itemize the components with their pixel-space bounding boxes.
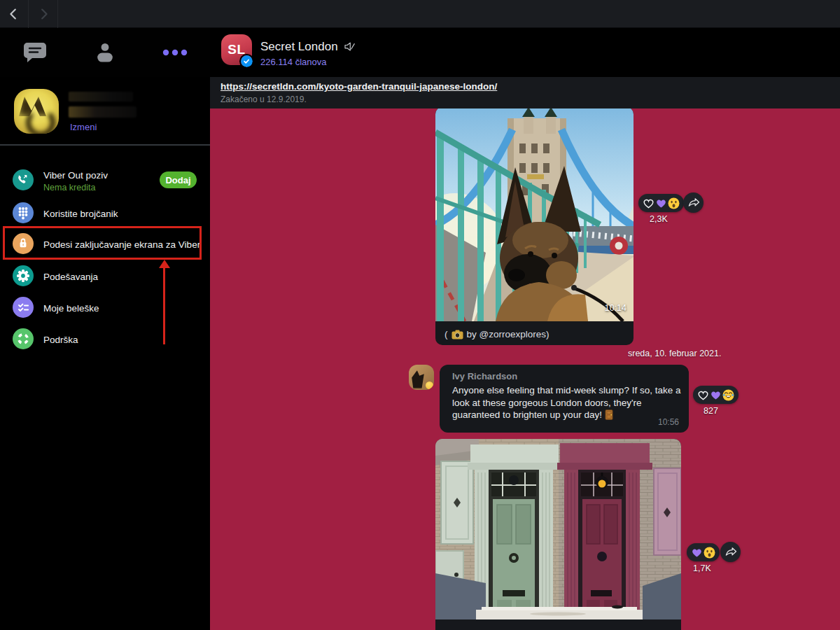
user-avatar[interactable] (14, 89, 59, 134)
more-tab-icon (162, 49, 188, 56)
muted-icon (343, 41, 356, 53)
london-doors-photo[interactable] (435, 439, 681, 620)
message-line: look at these gorgeous London doors, the… (452, 397, 680, 410)
menu-item-dialpad[interactable]: Koristite brojčanik (0, 201, 210, 226)
heart-outline-icon (643, 197, 654, 209)
astonished-icon (704, 547, 715, 559)
menu-label: Koristite brojčanik (43, 209, 118, 219)
message-line: guaranteed to brighten up your day! (452, 409, 602, 421)
purple-heart-icon (655, 197, 667, 209)
channel-avatar-initials: SL (227, 42, 245, 57)
pinned-note: Zakačeno u 12.9.2019. (220, 94, 307, 104)
pinned-message-bar[interactable]: https://secretldn.com/kyoto-garden-tranq… (210, 77, 840, 108)
support-icon (13, 328, 34, 349)
reaction-count: 827 (704, 406, 718, 416)
sidebar-tabbar (0, 28, 210, 77)
verified-badge-icon (241, 55, 253, 67)
camera-icon (451, 330, 463, 340)
chat-members-count: 226.114 članova (260, 57, 326, 67)
message-dog-photo[interactable]: 10:14 ( by @zorroexplores) (435, 108, 634, 345)
top-navigation-bar (0, 0, 840, 28)
photo-caption: ( by @zorroexplores) (444, 329, 550, 340)
menu-label: Podešavanja (43, 272, 98, 282)
heart-outline-icon (697, 389, 709, 401)
reaction-count: 1,7K (693, 564, 711, 573)
add-credit-button[interactable]: Dodaj (160, 172, 197, 188)
date-divider: sreda, 10. februar 2021. (628, 349, 721, 358)
message-text[interactable]: Ivy Richardson Anyone else feeling that … (440, 365, 689, 433)
joy-icon (722, 389, 734, 401)
viber-out-call-icon (13, 169, 34, 190)
chat-message-area: 10:14 ( by @zorroexplores) (210, 108, 840, 630)
astonished-icon (668, 197, 680, 209)
menu-label: Moje beleške (43, 303, 99, 314)
annotation-arrow-line (163, 267, 165, 344)
message-body: Anyone else feeling that mid-week slump?… (452, 384, 680, 421)
forward-button[interactable] (29, 0, 58, 28)
user-name-redacted (69, 92, 133, 102)
chat-header[interactable]: SL Secret London 226.114 članova (210, 28, 840, 77)
chat-title: Secret London (260, 40, 338, 54)
menu-item-support[interactable]: Podrška (0, 327, 210, 352)
menu-item-my-notes[interactable]: Moje beleške (0, 295, 210, 321)
share-button[interactable] (720, 542, 741, 562)
reactions-pill[interactable] (693, 386, 738, 404)
chats-tab-icon (23, 41, 47, 64)
menu-item-viber-out[interactable]: Viber Out poziv Nema kredita Dodaj (0, 168, 210, 193)
caption-text: by @zorroexplores) (467, 329, 550, 340)
purple-heart-icon (710, 389, 722, 401)
menu-label: Podrška (43, 335, 78, 345)
message-time: 10:14 (605, 303, 626, 313)
menu-label: Viber Out poziv (43, 170, 108, 181)
viber-app-window: Izmeni Viber Out poziv Nema kredita Doda… (0, 0, 840, 630)
pinned-link[interactable]: https://secretldn.com/kyoto-garden-tranq… (220, 81, 497, 92)
annotation-highlight-box (3, 226, 202, 260)
menu-item-settings[interactable]: Podešavanja (0, 264, 210, 289)
profile-section: Izmeni (0, 77, 210, 144)
notes-icon (13, 297, 34, 318)
contacts-tab-icon (96, 42, 114, 63)
share-icon (687, 196, 701, 210)
sender-avatar[interactable] (409, 365, 434, 390)
dog-tower-bridge-photo[interactable]: 10:14 (435, 108, 634, 321)
tab-chats[interactable] (7, 28, 63, 77)
user-phone-redacted (69, 106, 136, 118)
reaction-count: 2,3K (650, 214, 668, 224)
tab-contacts[interactable] (77, 28, 133, 77)
back-icon (6, 6, 22, 22)
dialpad-icon (13, 202, 34, 223)
tab-more[interactable] (147, 28, 203, 77)
back-button[interactable] (0, 0, 29, 28)
share-button[interactable] (683, 192, 704, 213)
share-icon (724, 545, 738, 559)
message-line: Anyone else feeling that mid-week slump?… (452, 384, 680, 397)
forward-icon (36, 6, 51, 22)
gear-icon (13, 265, 34, 286)
reactions-pill[interactable] (687, 543, 720, 561)
reactions-pill[interactable] (638, 194, 684, 212)
purple-heart-icon (691, 547, 703, 559)
edit-profile-link[interactable]: Izmeni (70, 122, 97, 132)
menu-sublabel: Nema kredita (43, 183, 95, 192)
door-icon (605, 410, 613, 420)
sidebar-menu: Viber Out poziv Nema kredita Dodaj Koris… (0, 146, 210, 630)
caption-open: ( (444, 329, 448, 340)
sender-name: Ivy Richardson (452, 371, 517, 382)
message-doors-photo[interactable] (435, 439, 681, 630)
message-time: 10:56 (658, 417, 679, 427)
